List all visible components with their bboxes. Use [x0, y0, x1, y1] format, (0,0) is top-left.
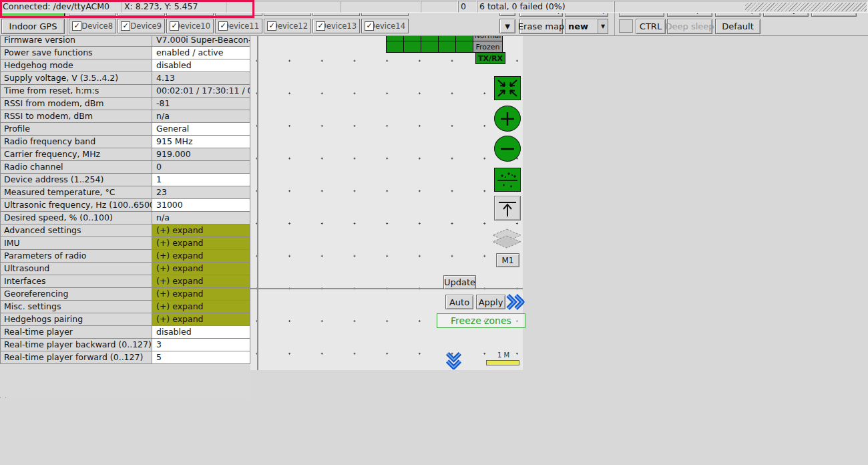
upload-map-button[interactable] — [494, 196, 521, 220]
deep-sleep-button[interactable]: Deep sleep — [667, 19, 712, 34]
parameter-label[interactable]: Real-time player — [0, 325, 152, 339]
parameter-label[interactable]: Radio channel — [0, 160, 152, 174]
parameter-label[interactable]: Real-time player forward (0..127) — [0, 351, 152, 364]
parameter-value[interactable]: disabled — [152, 325, 250, 339]
parameter-label[interactable]: Georeferencing — [0, 287, 152, 301]
tx-cell[interactable] — [386, 41, 404, 53]
default-button[interactable]: Default — [715, 19, 761, 34]
parameter-value[interactable]: 915 MHz — [152, 135, 250, 148]
status-cell — [341, 1, 421, 13]
device-toggle[interactable]: ✓ Device8 — [69, 19, 116, 33]
map-name-select[interactable]: new ▼ — [565, 19, 608, 34]
tx-cell[interactable] — [438, 41, 456, 53]
parameter-label[interactable]: Device address (1..254) — [0, 173, 152, 186]
parameter-value[interactable]: 3 — [152, 338, 250, 351]
parameter-label[interactable]: RSSI from modem, dBm — [0, 97, 152, 110]
device-toggle[interactable]: ✓ Device13 — [312, 19, 360, 33]
parameter-label[interactable]: Advanced settings — [0, 224, 152, 237]
parameter-value[interactable]: (+) expand — [152, 300, 250, 313]
parameter-value[interactable]: 0 — [152, 160, 250, 174]
parameter-value[interactable]: 919.000 — [152, 148, 250, 161]
ctrl-button[interactable]: CTRL — [636, 19, 666, 34]
device-toggle[interactable]: ✓ Device12 — [264, 19, 311, 33]
device-checkbox[interactable]: ✓ — [121, 21, 130, 31]
parameter-label[interactable]: Time from reset, h:m:s — [0, 84, 152, 98]
parameter-value[interactable]: 5 — [152, 351, 250, 364]
update-button[interactable]: Update — [443, 275, 476, 289]
map-scale-label: 1 M — [497, 351, 509, 359]
chevron-down-collapse-icon[interactable] — [445, 351, 463, 369]
apply-button[interactable]: Apply — [476, 295, 505, 309]
tx-cell[interactable] — [455, 41, 473, 53]
parameter-label[interactable]: Parameters of radio — [0, 249, 152, 263]
parameter-value[interactable]: (+) expand — [152, 287, 250, 301]
parameter-value[interactable]: enabled / active — [152, 46, 250, 59]
erase-map-button[interactable]: Erase map — [519, 19, 563, 34]
parameter-label[interactable]: Profile — [0, 122, 152, 136]
parameter-label[interactable]: Supply voltage, V (3.5..4.2) — [0, 71, 152, 85]
parameter-value[interactable]: -81 — [152, 97, 250, 110]
parameter-value[interactable]: 31000 — [152, 198, 250, 212]
device-checkbox[interactable]: ✓ — [316, 21, 325, 31]
device-label: Device8 — [81, 21, 113, 31]
parameter-row: Supply voltage, V (3.5..4.2) 4.13 — [0, 71, 250, 85]
auto-button[interactable]: Auto — [445, 295, 473, 309]
freeze-zones-button[interactable]: Freeze zones — [437, 313, 525, 328]
tx-cell[interactable] — [403, 41, 421, 53]
parameter-value[interactable]: 4.13 — [152, 71, 250, 85]
fit-to-screen-button[interactable] — [494, 76, 521, 100]
tx-cell[interactable] — [421, 41, 439, 53]
parameter-label[interactable]: Desired speed, % (0..100) — [0, 211, 152, 224]
parameter-row: Hedgehogs pairing (+) expand — [0, 313, 250, 326]
device-checkbox[interactable]: ✓ — [170, 21, 179, 31]
parameter-value[interactable]: General — [152, 122, 250, 136]
parameter-value[interactable]: 1 — [152, 173, 250, 186]
device-toggle[interactable]: ✓ Device10 — [166, 19, 214, 33]
parameter-value[interactable]: (+) expand — [152, 275, 250, 288]
parameter-label[interactable]: Measured temperature, °C — [0, 186, 152, 199]
parameter-value[interactable]: disabled — [152, 59, 250, 72]
chevron-right-expand-icon[interactable] — [506, 293, 525, 311]
parameter-label[interactable]: Real-time player backward (0..127) — [0, 338, 152, 351]
parameter-label[interactable]: Hedgehogs pairing — [0, 313, 152, 326]
parameter-label[interactable]: IMU — [0, 237, 152, 250]
parameter-value[interactable]: (+) expand — [152, 224, 250, 237]
parameter-value[interactable]: n/a — [152, 110, 250, 123]
parameter-label[interactable]: Power save functions — [0, 46, 152, 59]
parameter-label[interactable]: Ultrasonic frequency, Hz (100..65000) — [0, 198, 152, 212]
zoom-in-button[interactable] — [494, 106, 521, 132]
device-toggle[interactable]: ✓ Device11 — [215, 19, 262, 33]
parameter-label[interactable]: Ultrasound — [0, 262, 152, 275]
parameter-label[interactable]: RSSI to modem, dBm — [0, 110, 152, 123]
ctrl-checkbox[interactable] — [619, 19, 633, 33]
device-toggle[interactable]: ✓ Device9 — [118, 19, 165, 33]
device-checkbox[interactable]: ✓ — [267, 21, 276, 31]
dots-display-button[interactable] — [494, 168, 521, 192]
indoor-gps-tab[interactable]: Indoor GPS — [1, 19, 65, 34]
parameter-value[interactable]: 00:02:01 / 17:30:11 / 0 — [152, 84, 250, 98]
tx-rx-button[interactable]: TX/RX — [475, 52, 505, 64]
parameter-row: Profile General — [0, 122, 250, 136]
parameter-row: Parameters of radio (+) expand — [0, 249, 250, 263]
zoom-out-button[interactable] — [494, 136, 521, 162]
parameter-value[interactable]: (+) expand — [152, 249, 250, 263]
parameter-value[interactable]: (+) expand — [152, 237, 250, 250]
parameter-label[interactable]: Carrier frequency, MHz — [0, 148, 152, 161]
parameter-table: CPU ID Copy to clipboard 072127 Firmware… — [0, 21, 250, 364]
device-checkbox[interactable]: ✓ — [365, 21, 374, 31]
parameter-value[interactable]: 23 — [152, 186, 250, 199]
parameter-value[interactable]: n/a — [152, 211, 250, 224]
device-checkbox[interactable]: ✓ — [218, 21, 228, 31]
parameter-label[interactable]: Misc. settings — [0, 300, 152, 313]
parameter-label[interactable]: Hedgehog mode — [0, 59, 152, 72]
parameter-value[interactable]: (+) expand — [152, 313, 250, 326]
layers-icon[interactable] — [491, 228, 523, 253]
tx-frozen-label[interactable]: Frozen — [473, 41, 503, 53]
parameter-label[interactable]: Radio frequency band — [0, 135, 152, 148]
device-toggle[interactable]: ✓ Device14 — [361, 19, 409, 33]
parameter-label[interactable]: Interfaces — [0, 275, 152, 288]
parameter-value[interactable]: (+) expand — [152, 262, 250, 275]
m1-button[interactable]: M1 — [496, 253, 519, 267]
scroll-devices-down-button[interactable]: ▼ — [499, 19, 515, 33]
device-checkbox[interactable]: ✓ — [72, 21, 81, 31]
